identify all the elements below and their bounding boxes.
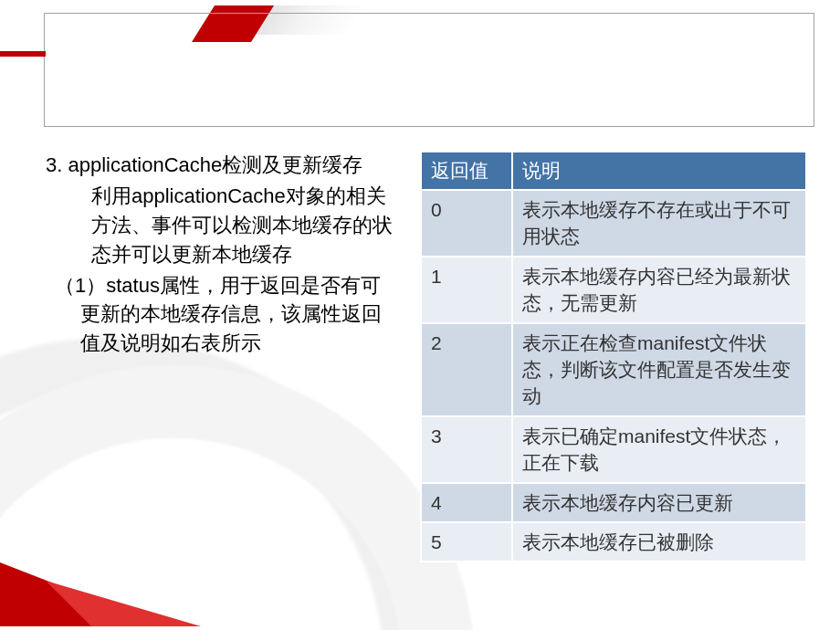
header-return-value: 返回值 — [421, 152, 512, 190]
header-description: 说明 — [512, 152, 806, 190]
content-area: 3. applicationCache检测及更新缓存 利用application… — [46, 151, 807, 562]
cell-value: 0 — [421, 190, 512, 257]
top-red-bar — [0, 51, 46, 57]
cell-desc: 表示正在检查manifest文件状态，判断该文件配置是否发生变动 — [512, 323, 806, 416]
cell-value: 3 — [421, 416, 512, 483]
table-row: 1 表示本地缓存内容已经为最新状态，无需更新 — [421, 257, 806, 323]
table-row: 3 表示已确定manifest文件状态，正在下载 — [421, 416, 806, 483]
bottom-red-accent — [0, 562, 201, 630]
table-row: 5 表示本地缓存已被删除 — [421, 522, 806, 562]
title-frame — [44, 13, 814, 127]
section-heading: 3. applicationCache检测及更新缓存 — [69, 151, 393, 180]
cell-value: 5 — [421, 522, 512, 562]
cell-desc: 表示本地缓存内容已经为最新状态，无需更新 — [512, 257, 806, 323]
text-content: 3. applicationCache检测及更新缓存 利用application… — [46, 151, 393, 562]
table-row: 4 表示本地缓存内容已更新 — [421, 483, 806, 522]
sub-item: （1）status属性，用于返回是否有可更新的本地缓存信息，该属性返回值及说明如… — [55, 271, 393, 359]
cell-value: 4 — [421, 483, 512, 522]
status-table: 返回值 说明 0 表示本地缓存不存在或出于不可用状态 1 表示本地缓存内容已经为… — [420, 151, 807, 562]
cell-value: 2 — [421, 323, 512, 416]
table-row: 2 表示正在检查manifest文件状态，判断该文件配置是否发生变动 — [421, 323, 806, 416]
table-header-row: 返回值 说明 — [421, 152, 806, 190]
cell-desc: 表示已确定manifest文件状态，正在下载 — [512, 416, 806, 483]
cell-value: 1 — [421, 257, 512, 323]
cell-desc: 表示本地缓存不存在或出于不可用状态 — [512, 190, 806, 257]
section-description: 利用applicationCache对象的相关方法、事件可以检测本地缓存的状态并… — [91, 182, 393, 269]
table-row: 0 表示本地缓存不存在或出于不可用状态 — [421, 190, 806, 257]
cell-desc: 表示本地缓存内容已更新 — [512, 483, 806, 522]
cell-desc: 表示本地缓存已被删除 — [512, 522, 806, 562]
